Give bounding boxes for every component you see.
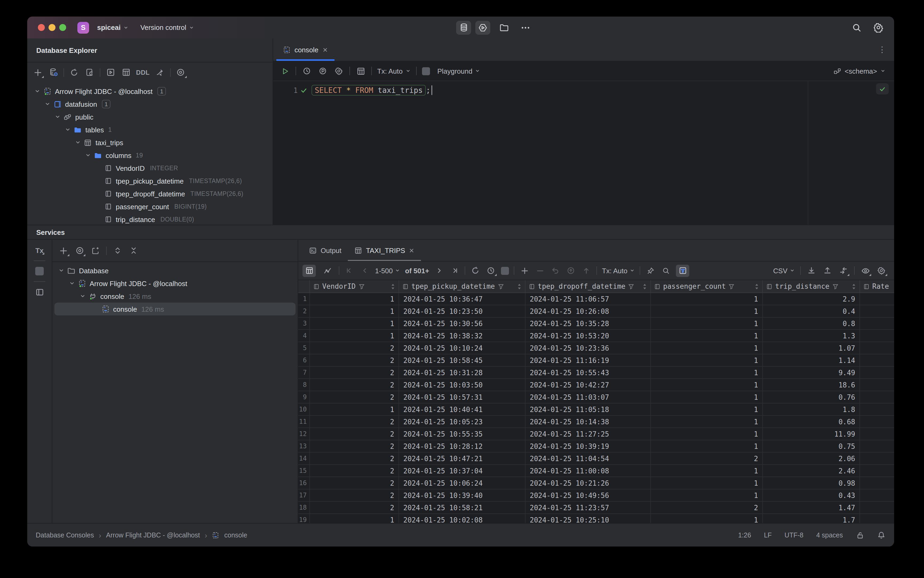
table-cell[interactable]: 1 [651,391,763,403]
table-cell[interactable]: 2024-01-25 10:06:24 [399,477,525,489]
sql-statement[interactable]: SELECT * FROM taxi_trips [311,85,426,96]
table-row[interactable]: 1122024-01-25 10:05:232024-01-25 10:14:3… [298,416,894,428]
filter-panel-toggle[interactable] [676,265,689,277]
tree-item[interactable]: console126 ms [52,290,298,303]
tab-console[interactable]: console [276,39,334,61]
zoom-window-button[interactable] [59,24,66,31]
table-cell[interactable]: 2 [310,465,399,477]
table-cell[interactable] [860,477,894,489]
chart-view-toggle[interactable] [321,265,334,277]
close-window-button[interactable] [38,24,45,31]
breadcrumb-database-consoles[interactable]: Database Consoles [36,531,94,539]
database-tool-button[interactable] [456,21,471,34]
table-row[interactable]: 412024-01-25 10:38:322024-01-25 10:53:20… [298,330,894,342]
table-cell[interactable]: 2024-01-25 10:55:43 [525,367,651,378]
tree-item[interactable]: tables1 [27,123,272,136]
table-row[interactable]: 212024-01-25 10:23:502024-01-25 10:26:08… [298,305,894,318]
table-cell[interactable]: 2024-01-25 10:31:28 [399,367,525,378]
chevron-down-icon[interactable] [54,114,62,120]
filter-funnel-icon[interactable] [498,283,504,289]
sort-icon[interactable] [754,283,759,289]
page-size-dropdown[interactable]: 1-500 [375,266,400,274]
chevron-down-icon[interactable] [68,280,76,287]
table-cell[interactable]: 2024-01-25 10:38:32 [399,330,525,342]
table-cell[interactable]: 2 [310,367,399,378]
chevron-down-icon[interactable] [34,88,41,94]
row-number[interactable]: 1 [298,293,310,305]
table-cell[interactable]: 0.75 [763,440,860,452]
table-cell[interactable] [860,391,894,403]
chevron-down-icon[interactable] [58,267,65,274]
sort-icon[interactable] [851,283,856,289]
table-row[interactable]: 1822024-01-25 10:58:212024-01-25 11:23:5… [298,502,894,514]
minimize-window-button[interactable] [49,24,55,31]
table-row[interactable]: 1322024-01-25 10:28:122024-01-25 10:39:1… [298,440,894,453]
table-cell[interactable]: 2024-01-25 10:36:47 [399,293,525,305]
table-cell[interactable]: 1.3 [763,330,860,342]
table-cell[interactable]: 2024-01-25 10:21:26 [525,477,651,489]
ddl-mapping-button[interactable]: DDL [136,68,150,76]
console-buffer-button[interactable] [35,267,44,275]
table-row[interactable]: 1222024-01-25 10:55:352024-01-25 11:27:2… [298,428,894,440]
filter-funnel-icon[interactable] [628,283,635,289]
more-tool-windows-button[interactable] [519,21,532,34]
table-cell[interactable]: 1.07 [763,342,860,354]
lock-icon[interactable] [856,531,864,539]
tree-item[interactable]: VendorIDINTEGER [27,162,272,175]
table-cell[interactable]: 2 [310,391,399,403]
results-tx-dropdown[interactable]: Tx: Auto [602,266,635,274]
row-number[interactable]: 10 [298,403,310,415]
row-number[interactable]: 15 [298,465,310,477]
filter-funnel-icon[interactable] [728,283,735,289]
export-format-dropdown[interactable]: CSV [773,266,795,274]
table-cell[interactable]: 1 [651,318,763,329]
view-mode-icon[interactable] [74,245,85,256]
filter-funnel-icon[interactable] [358,283,365,289]
chevron-down-icon[interactable] [44,101,51,107]
add-service-button[interactable] [58,245,69,256]
table-cell[interactable]: 2024-01-25 10:58:45 [399,354,525,366]
table-cell[interactable] [860,514,894,523]
table-cell[interactable]: 2024-01-25 10:26:08 [525,305,651,317]
revert-icon[interactable] [550,265,561,276]
column-header-trip_distance[interactable]: trip_distance [763,280,860,292]
table-cell[interactable]: 1 [651,342,763,354]
tree-item[interactable]: tpep_dropoff_datetimeTIMESTAMP(26,6) [27,187,272,200]
row-number[interactable]: 4 [298,330,310,342]
table-row[interactable]: 1912024-01-25 10:02:082024-01-25 10:25:1… [298,514,894,523]
table-cell[interactable]: 1 [310,318,399,329]
table-row[interactable]: 1012024-01-25 10:40:412024-01-25 11:05:1… [298,403,894,416]
tree-item[interactable]: taxi_trips [27,136,272,149]
row-number[interactable]: 13 [298,440,310,452]
table-row[interactable]: 1722024-01-25 10:39:402024-01-25 10:49:5… [298,489,894,502]
table-cell[interactable]: 2024-01-25 10:14:38 [525,416,651,427]
row-number[interactable]: 5 [298,342,310,354]
table-cell[interactable]: 1 [310,293,399,305]
submit-icon[interactable] [566,265,576,276]
table-cell[interactable]: 2024-01-25 10:49:56 [525,489,651,501]
table-cell[interactable] [860,318,894,329]
table-cell[interactable]: 2024-01-25 11:00:08 [525,465,651,477]
table-cell[interactable]: 2 [310,453,399,464]
row-number[interactable]: 14 [298,453,310,464]
table-cell[interactable]: 2 [310,489,399,501]
column-header-tpep_dropoff_datetime[interactable]: tpep_dropoff_datetime [525,280,651,292]
sort-icon[interactable] [391,283,395,289]
table-cell[interactable] [860,489,894,501]
table-cell[interactable]: 2 [310,440,399,452]
table-cell[interactable]: 1.7 [763,514,860,523]
table-cell[interactable]: 2024-01-25 10:05:23 [399,416,525,427]
table-cell[interactable]: 2 [651,502,763,513]
grid-view-toggle[interactable] [303,265,316,277]
table-cell[interactable] [860,342,894,354]
row-number[interactable]: 17 [298,489,310,501]
auto-refresh-icon[interactable] [486,265,496,276]
table-cell[interactable] [860,428,894,440]
open-in-new-tab-icon[interactable] [90,245,101,256]
row-number[interactable]: 18 [298,502,310,513]
version-control-menu[interactable]: Version control [137,21,198,34]
import-export-icon[interactable] [838,265,849,276]
table-cell[interactable]: 2 [310,379,399,391]
table-row[interactable]: 522024-01-25 10:10:242024-01-25 10:23:36… [298,342,894,354]
table-cell[interactable] [860,305,894,317]
